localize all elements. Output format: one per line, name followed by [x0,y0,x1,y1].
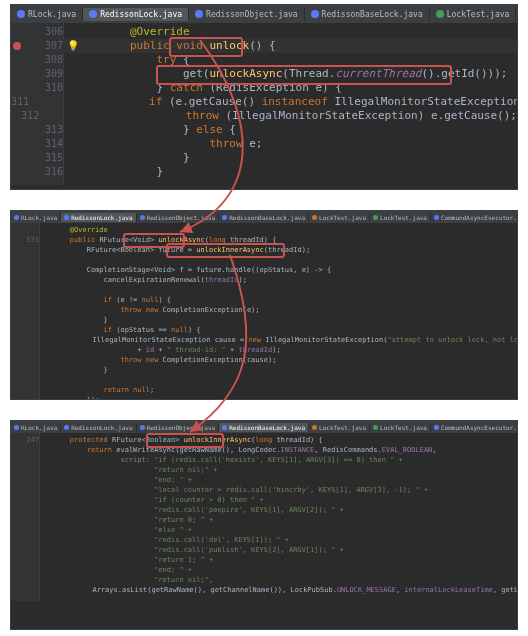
line-number [11,535,47,545]
tab-label: RedissonObject.java [147,214,216,221]
tab-label: RedissonLock.java [71,424,132,431]
tab-item[interactable]: RedissonBaseLock.java [219,213,309,222]
java-icon [64,425,69,430]
line-number: 315 [11,151,71,165]
line-number [11,265,47,275]
line-number [11,335,19,345]
editor-pane-1: RLock.java RedissonLock.java RedissonObj… [10,4,518,190]
code-area-2[interactable]: @Override 531 public RFuture<Void> unloc… [11,223,517,400]
code-area-3[interactable]: 247 protected RFuture<Boolean> unlockInn… [11,433,517,601]
java-icon [64,215,69,220]
java-icon [17,10,25,18]
tab-item[interactable]: LockTest.java [309,423,370,432]
editor-pane-3: RLock.java RedissonLock.java RedissonObj… [10,420,518,630]
tab-item[interactable]: RedissonObject.java [137,213,220,222]
tab-redissonlock[interactable]: RedissonLock.java [83,8,189,21]
line-number [11,385,47,395]
java-icon [434,215,439,220]
line-number [11,275,47,285]
tab-item[interactable]: LockTest.java [370,213,431,222]
tab-item[interactable]: RLock.java [11,423,61,432]
java-icon [222,215,227,220]
line-number: 311 [11,95,37,109]
tab-item[interactable]: CommandAsyncExecutor.java [431,213,518,222]
tab-redissonobject[interactable]: RedissonObject.java [189,8,305,21]
tab-label: LockTest.java [319,424,366,431]
line-number [11,515,47,525]
tab-label: RedissonLock.java [71,214,132,221]
tab-item[interactable]: RedissonLock.java [61,423,136,432]
line-number [11,585,19,595]
line-number [11,295,47,305]
line-number [11,525,47,535]
tab-item[interactable]: CommandAsyncExecutor.java [431,423,518,432]
tab-label: LockTest.java [319,214,366,221]
tab-item[interactable]: RedissonLock.java [61,213,136,222]
tab-label: RedissonBaseLock.java [322,10,423,19]
line-number: 247 [11,435,47,445]
tab-label: RLock.java [21,424,57,431]
java-icon [312,215,317,220]
line-number: 308 [11,53,71,67]
line-number: 313 [11,123,71,137]
tab-redissonbaselock[interactable]: RedissonBaseLock.java [305,8,430,21]
line-number: 316 [11,165,71,179]
tab-item[interactable]: RedissonObject.java [137,423,220,432]
line-number [11,315,47,325]
tab-bar-1: RLock.java RedissonLock.java RedissonObj… [11,5,517,23]
tab-rlock[interactable]: RLock.java [11,8,83,21]
tab-item[interactable]: LockTest.java [370,423,431,432]
line-number [11,575,47,585]
line-number [11,305,47,315]
line-number [11,375,47,385]
line-number [11,355,47,365]
java-icon [195,10,203,18]
java-icon [436,10,444,18]
line-number [11,505,47,515]
tab-label: LockTest.java [380,214,427,221]
line-number: 312 [11,109,47,123]
tab-bar-2: RLock.java RedissonLock.java RedissonObj… [11,211,517,223]
tab-label: RedissonObject.java [206,10,298,19]
line-number [11,485,47,495]
line-number [11,495,47,505]
tab-locktest[interactable]: LockTest.java [430,8,517,21]
line-number [11,225,47,235]
java-icon [373,215,378,220]
intention-bulb-icon[interactable]: 💡 [67,40,79,51]
editor-pane-2: RLock.java RedissonLock.java RedissonObj… [10,210,518,400]
line-number [11,455,47,465]
breakpoint-icon[interactable] [13,42,21,50]
java-icon [312,425,317,430]
tab-label: RedissonLock.java [100,10,182,19]
java-icon [311,10,319,18]
java-icon [434,425,439,430]
code-area-1[interactable]: 💡 306 @Override 307 public void unlock()… [11,23,517,185]
tab-item[interactable]: LockTest.java [309,213,370,222]
tab-label: RLock.java [28,10,76,19]
tab-item[interactable]: RedissonBaseLock.java [219,423,309,432]
line-number [11,245,47,255]
java-icon [222,425,227,430]
tab-label: RedissonBaseLock.java [229,214,305,221]
line-number [11,345,47,355]
line-number [11,465,47,475]
java-icon [14,215,19,220]
tab-item[interactable]: RLock.java [11,213,61,222]
tab-bar-3: RLock.java RedissonLock.java RedissonObj… [11,421,517,433]
java-icon [140,425,145,430]
tab-label: RedissonObject.java [147,424,216,431]
line-number [11,325,47,335]
java-icon [14,425,19,430]
java-icon [89,10,97,18]
line-number [11,395,47,400]
line-number: 310 [11,81,71,95]
tab-label: RedissonBaseLock.java [229,424,305,431]
line-number: 314 [11,137,71,151]
line-number [11,285,47,295]
line-number [11,565,47,575]
java-icon [373,425,378,430]
line-number [11,445,47,455]
tab-label: LockTest.java [380,424,427,431]
line-number: 309 [11,67,71,81]
